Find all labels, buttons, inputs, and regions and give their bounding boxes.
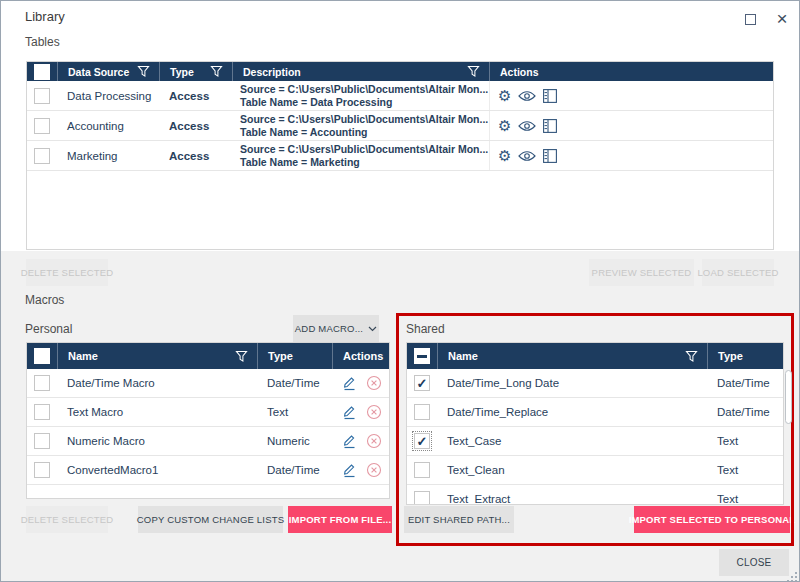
select-all-cell [407,343,437,369]
select-all-checkbox[interactable] [34,64,50,80]
filter-icon[interactable] [137,65,150,78]
shared-table-header: Name Type [407,343,783,369]
macro-type-cell: Date/Time [257,464,332,476]
column-header-type: Type [257,343,332,369]
macro-row[interactable]: ✓ ConvertedMacro1 Date/Time [27,456,389,485]
row-checkbox[interactable]: ✓ [34,404,50,420]
add-macro-button[interactable]: ADD MACRO... [293,315,379,342]
edit-pencil-icon[interactable] [342,462,357,478]
filter-icon[interactable] [210,65,223,78]
data-source-cell: Data Processing [57,90,159,102]
column-header-type: Type [707,343,783,369]
row-checkbox[interactable]: ✓ [414,404,430,420]
maximize-button[interactable] [737,9,763,29]
preview-eye-icon[interactable] [518,150,536,162]
delete-circle-x-icon[interactable] [366,462,382,478]
macro-row[interactable]: ✓ Text_Case Text [407,427,783,456]
maximize-icon [745,14,756,25]
library-dialog: Library × Tables Data Source Type Descri… [0,0,800,582]
row-checkbox[interactable]: ✓ [414,433,430,449]
delete-circle-x-icon[interactable] [366,375,382,391]
scrollbar-thumb[interactable] [785,370,792,424]
macro-type-cell: Text [257,406,332,418]
row-checkbox[interactable]: ✓ [34,88,50,104]
row-checkbox[interactable]: ✓ [34,433,50,449]
personal-macros-table: Name Type Actions ✓ Date/Time Macro Date… [26,342,390,499]
load-table-icon[interactable] [543,149,557,163]
edit-shared-path-button[interactable]: EDIT SHARED PATH... [404,506,514,533]
row-checkbox[interactable]: ✓ [414,375,430,391]
close-icon: × [776,11,787,27]
macro-row[interactable]: ✓ Date/Time_Long Date Date/Time [407,369,783,398]
load-table-icon[interactable] [543,89,557,103]
macro-row[interactable]: ✓ Text_Clean Text [407,456,783,485]
import-from-file-button[interactable]: IMPORT FROM FILE... [288,506,392,533]
actions-cell: ⚙ [489,81,773,110]
resize-grip[interactable] [787,569,798,582]
macro-row[interactable]: ✓ Numeric Macro Numeric [27,427,389,456]
row-checkbox[interactable]: ✓ [414,462,430,478]
actions-cell [332,375,389,391]
select-all-checkbox[interactable] [414,348,430,364]
macro-row[interactable]: ✓ Text_Extract Text [407,485,783,505]
shared-label: Shared [406,322,445,336]
macro-type-cell: Text [707,435,783,447]
row-checkbox[interactable]: ✓ [34,462,50,478]
select-all-cell [27,343,57,369]
delete-selected-macros-button[interactable]: DELETE SELECTED [26,506,108,533]
load-table-icon[interactable] [543,119,557,133]
actions-cell [332,404,389,420]
tables-section-label: Tables [25,35,60,49]
close-button[interactable]: CLOSE [719,549,789,576]
macro-name-cell: Date/Time_Long Date [437,377,707,389]
actions-cell: ⚙ [489,111,773,140]
preview-selected-button[interactable]: PREVIEW SELECTED [589,259,694,286]
personal-label: Personal [25,322,72,336]
settings-icon[interactable]: ⚙ [498,118,511,133]
row-checkbox[interactable]: ✓ [34,375,50,391]
delete-selected-tables-button[interactable]: DELETE SELECTED [26,259,108,286]
macros-section-label: Macros [25,293,64,307]
settings-icon[interactable]: ⚙ [498,148,511,163]
window-title: Library [25,9,65,24]
close-window-button[interactable]: × [769,9,795,29]
filter-icon[interactable] [685,350,698,363]
column-header-actions: Actions [489,62,773,81]
tables-table: Data Source Type Description Actions ✓ D… [26,61,774,250]
data-source-cell: Accounting [57,120,159,132]
delete-circle-x-icon[interactable] [366,433,382,449]
table-row[interactable]: ✓ Data Processing Access Source = C:\Use… [27,81,773,111]
row-checkbox[interactable]: ✓ [34,118,50,134]
edit-pencil-icon[interactable] [342,404,357,420]
select-all-cell [27,62,57,81]
edit-pencil-icon[interactable] [342,433,357,449]
settings-icon[interactable]: ⚙ [498,88,511,103]
actions-cell [332,462,389,478]
preview-eye-icon[interactable] [518,90,536,102]
import-selected-to-personal-button[interactable]: IMPORT SELECTED TO PERSONAL [634,506,790,533]
description-cell: Source = C:\Users\Public\Documents\Altai… [232,113,489,139]
filter-icon[interactable] [235,350,248,363]
macro-type-cell: Date/Time [707,377,783,389]
table-row[interactable]: ✓ Accounting Access Source = C:\Users\Pu… [27,111,773,141]
select-all-checkbox[interactable] [34,348,50,364]
macro-row[interactable]: ✓ Text Macro Text [27,398,389,427]
filter-icon[interactable] [467,65,480,78]
table-row[interactable]: ✓ Marketing Access Source = C:\Users\Pub… [27,141,773,171]
description-cell: Source = C:\Users\Public\Documents\Altai… [232,83,489,109]
delete-circle-x-icon[interactable] [366,404,382,420]
macro-row[interactable]: ✓ Date/Time Macro Date/Time [27,369,389,398]
row-checkbox[interactable]: ✓ [34,148,50,164]
macro-name-cell: Date/Time_Replace [437,406,707,418]
load-selected-button[interactable]: LOAD SELECTED [702,259,774,286]
macro-row[interactable]: ✓ Date/Time_Replace Date/Time [407,398,783,427]
edit-pencil-icon[interactable] [342,375,357,391]
macro-name-cell: Text_Extract [437,493,707,505]
macro-type-cell: Text [707,464,783,476]
preview-eye-icon[interactable] [518,120,536,132]
macro-name-cell: Numeric Macro [57,435,257,447]
row-checkbox[interactable]: ✓ [414,491,430,505]
copy-custom-change-lists-button[interactable]: COPY CUSTOM CHANGE LISTS [138,506,283,533]
macro-name-cell: Text_Case [437,435,707,447]
shared-macros-table: Name Type ✓ Date/Time_Long Date Date/Tim… [406,342,784,505]
